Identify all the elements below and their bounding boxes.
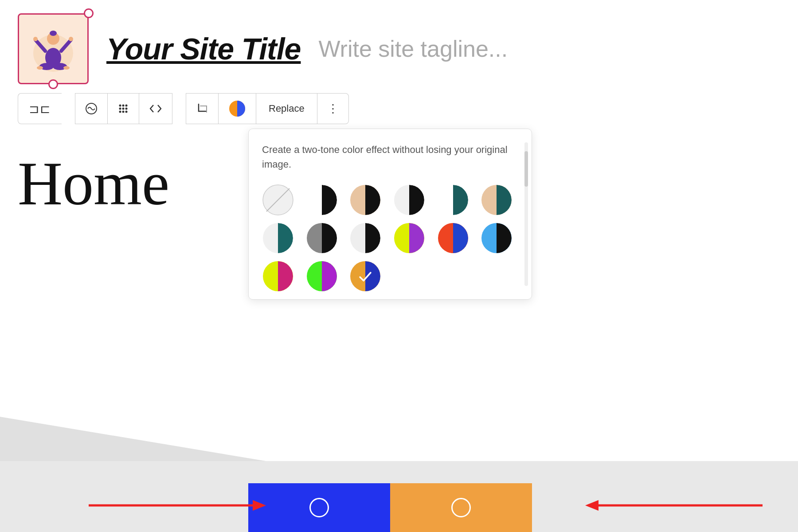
wave-button[interactable]: [75, 94, 108, 124]
bottom-triangle-bg: [0, 417, 266, 461]
panel-description: Create a two-tone color effect without l…: [262, 142, 518, 172]
svg-point-21: [125, 111, 128, 113]
swatch-black-peach[interactable]: [349, 184, 381, 216]
more-button[interactable]: ⋮: [317, 93, 349, 124]
color-circle-primary[interactable]: [309, 498, 329, 517]
align-icon: ⊐⊏: [29, 102, 51, 116]
panel-scrollbar-thumb[interactable]: [524, 151, 528, 187]
swatch-black-gray[interactable]: [393, 184, 425, 216]
replace-button[interactable]: Replace: [256, 93, 317, 124]
wave-icon: [85, 102, 98, 115]
svg-point-13: [119, 105, 121, 107]
color-panel: Create a two-tone color effect without l…: [248, 129, 532, 300]
swatch-black-white3[interactable]: [349, 222, 381, 254]
code-icon: [149, 103, 162, 114]
svg-point-15: [125, 105, 128, 107]
duotone-swatch-icon: [228, 100, 246, 117]
svg-point-3: [50, 31, 57, 36]
arrow-left: [89, 492, 275, 519]
svg-point-14: [122, 105, 125, 107]
color-bar-secondary[interactable]: [390, 483, 532, 532]
crop-button[interactable]: [186, 94, 219, 124]
logo-handle-bottom[interactable]: [48, 79, 58, 89]
arrow-right: [576, 492, 763, 519]
grid-icon: [117, 103, 129, 114]
svg-point-19: [119, 111, 121, 113]
site-title[interactable]: Your Site Title: [106, 31, 301, 66]
svg-point-11: [63, 66, 70, 70]
svg-point-20: [122, 111, 125, 113]
bottom-section: [0, 443, 798, 532]
logo-box: [18, 13, 89, 84]
swatch-black-gray2[interactable]: [306, 222, 338, 254]
swatch-pink-yellow[interactable]: [262, 260, 294, 292]
logo-handle-top[interactable]: [84, 8, 94, 18]
color-swatch-button[interactable]: [219, 94, 256, 124]
toolbar-group-main: [75, 93, 172, 124]
svg-point-16: [119, 108, 121, 110]
grid-button[interactable]: [108, 94, 139, 124]
crop-icon: [196, 102, 208, 115]
swatch-navy-orange[interactable]: [349, 260, 381, 292]
main-content: Home Create a two-tone color effect with…: [0, 137, 798, 221]
align-button[interactable]: ⊐⊏: [18, 93, 62, 124]
swatch-teal-peach[interactable]: [481, 184, 512, 216]
header: Your Site Title Write site tagline...: [0, 0, 798, 93]
svg-marker-56: [585, 500, 598, 511]
svg-point-10: [37, 66, 43, 70]
svg-point-7: [69, 37, 73, 41]
svg-marker-54: [253, 500, 266, 511]
swatch-purple-yellow[interactable]: [393, 222, 425, 254]
logo-wrapper[interactable]: [18, 13, 89, 84]
yoga-icon: [27, 20, 80, 78]
code-button[interactable]: [139, 94, 172, 124]
swatch-purple-green[interactable]: [306, 260, 338, 292]
panel-scrollbar[interactable]: [524, 142, 528, 286]
swatch-blue-red[interactable]: [437, 222, 469, 254]
site-tagline[interactable]: Write site tagline...: [318, 35, 508, 62]
swatch-black-blue[interactable]: [481, 222, 512, 254]
swatch-none[interactable]: [262, 184, 294, 216]
toolbar: ⊐⊏: [0, 93, 798, 124]
svg-point-18: [125, 108, 128, 110]
swatch-teal-white2[interactable]: [262, 222, 294, 254]
swatch-teal-white[interactable]: [437, 184, 469, 216]
color-picker-bar: [248, 483, 532, 532]
color-swatch-grid: [262, 184, 518, 292]
color-circle-secondary[interactable]: [451, 498, 471, 517]
page-title: Home: [18, 146, 169, 221]
toolbar-group-image: [186, 93, 256, 124]
svg-point-6: [33, 37, 38, 41]
swatch-black-white[interactable]: [306, 184, 338, 216]
svg-point-17: [122, 108, 125, 110]
